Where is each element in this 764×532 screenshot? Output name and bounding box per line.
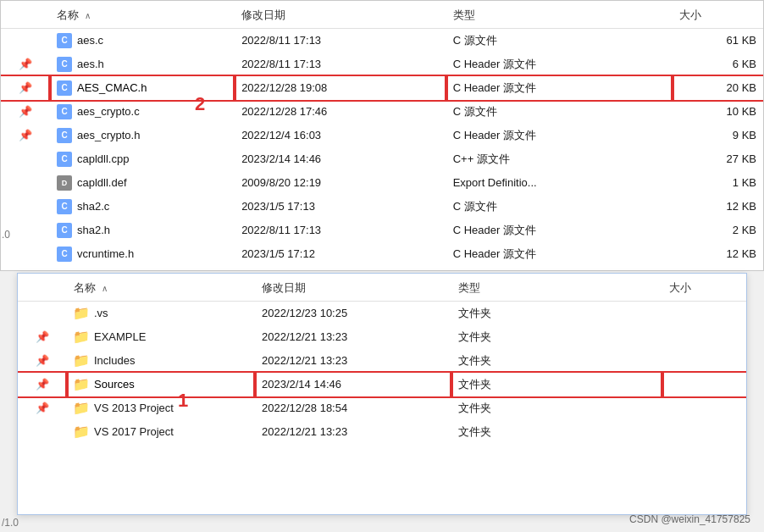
top-header-row: 名称 ∧ 修改日期 类型 大小: [1, 3, 763, 29]
folder-name-cell[interactable]: 📁EXAMPLE: [67, 325, 255, 349]
filename-text: aes.h: [77, 58, 104, 70]
file-size: 27 KB: [673, 147, 763, 171]
top-file-row[interactable]: Caes.c2022/8/11 17:13C 源文件61 KB: [1, 29, 763, 53]
file-size: 1 KB: [673, 171, 763, 195]
file-icon: C: [57, 128, 72, 143]
top-col-size[interactable]: 大小: [673, 3, 763, 29]
file-date: 2022/8/11 17:13: [235, 53, 446, 76]
file-name-cell[interactable]: Caes.c: [50, 29, 235, 53]
top-file-row[interactable]: Dcapldll.def2009/8/20 12:19Export Defini…: [1, 171, 763, 195]
bottom-folder-row[interactable]: 📁VS 2017 Project2022/12/21 13:23文件夹: [18, 420, 746, 444]
folder-name-cell[interactable]: 📁.vs: [67, 302, 255, 325]
file-size: 61 KB: [673, 29, 763, 53]
folder-icon: 📁: [74, 330, 89, 345]
folder-date: 2023/2/14 14:46: [255, 373, 451, 396]
top-col-date[interactable]: 修改日期: [235, 3, 446, 29]
bottom-folder-row[interactable]: 📌📁Includes2022/12/21 13:23文件夹: [18, 349, 746, 373]
bottom-header-row: 名称 ∧ 修改日期 类型 大小: [18, 275, 746, 302]
top-file-row[interactable]: 📌Caes_crypto.h2022/12/4 16:03C Header 源文…: [1, 124, 763, 147]
folder-type: 文件夹: [451, 349, 662, 373]
folder-name-cell[interactable]: 📁VS 2013 Project: [67, 396, 255, 420]
folder-icon: 📁: [74, 377, 89, 392]
file-name-cell[interactable]: Csha2.h: [50, 219, 235, 242]
file-type: C Header 源文件: [446, 76, 673, 100]
pin-cell: 📌: [18, 396, 67, 420]
file-size: 20 KB: [673, 76, 763, 100]
top-file-row[interactable]: Csha2.c2023/1/5 17:13C 源文件12 KB: [1, 195, 763, 219]
file-type: C++ 源文件: [446, 147, 673, 171]
file-icon: C: [57, 223, 72, 238]
top-col-type[interactable]: 类型: [446, 3, 673, 29]
folder-date: 2022/12/21 13:23: [255, 325, 451, 349]
folder-type: 文件夹: [451, 373, 662, 396]
top-col-name[interactable]: 名称 ∧: [50, 3, 235, 29]
folder-name-cell[interactable]: 📁Sources: [67, 373, 255, 396]
pin-cell: [1, 195, 50, 219]
file-type: C 源文件: [446, 100, 673, 124]
file-size: 2 KB: [673, 219, 763, 242]
pin-cell: [18, 420, 67, 444]
folder-name-cell[interactable]: 📁VS 2017 Project: [67, 420, 255, 444]
pin-col-header: [1, 3, 50, 29]
file-type: C Header 源文件: [446, 219, 673, 242]
file-name-cell[interactable]: Dcapldll.def: [50, 171, 235, 195]
filename-text: aes.c: [77, 34, 103, 47]
file-icon: D: [57, 175, 72, 191]
pin-cell: 📌: [1, 124, 50, 147]
file-name-cell[interactable]: Caes.h: [50, 53, 235, 76]
top-file-row[interactable]: 📌Caes_crypto.c2022/12/28 17:46C 源文件10 KB: [1, 100, 763, 124]
top-file-row[interactable]: 📌CAES_CMAC.h2022/12/28 19:08C Header 源文件…: [1, 76, 763, 100]
filename-text: aes_crypto.c: [77, 105, 140, 118]
file-type: C Header 源文件: [446, 242, 673, 266]
bottom-file-panel: 名称 ∧ 修改日期 类型 大小 📁.vs2022/12/23 10:25文件夹📌…: [17, 273, 747, 515]
bottom-folder-row[interactable]: 📌📁Sources2023/2/14 14:46文件夹: [18, 373, 746, 396]
file-name-cell[interactable]: CAES_CMAC.h: [50, 76, 235, 100]
folder-date: 2022/12/21 13:23: [255, 349, 451, 373]
file-name-cell[interactable]: Csha2.c: [50, 195, 235, 219]
folder-size: [662, 325, 746, 349]
folder-type: 文件夹: [451, 396, 662, 420]
bottom-folder-row[interactable]: 📌📁VS 2013 Project2022/12/28 18:54文件夹: [18, 396, 746, 420]
top-file-row[interactable]: Ccapldll.cpp2023/2/14 14:46C++ 源文件27 KB: [1, 147, 763, 171]
pin-cell: [1, 171, 50, 195]
bottom-col-name[interactable]: 名称 ∧: [67, 275, 255, 302]
file-name-cell[interactable]: Ccapldll.cpp: [50, 147, 235, 171]
bottom-col-size[interactable]: 大小: [662, 275, 746, 302]
file-icon: C: [57, 199, 72, 214]
file-type: Export Definitio...: [446, 171, 673, 195]
filename-text: aes_crypto.h: [77, 129, 140, 141]
bottom-col-date[interactable]: 修改日期: [255, 275, 451, 302]
top-file-row[interactable]: 📌Caes.h2022/8/11 17:13C Header 源文件6 KB: [1, 53, 763, 76]
filename-text: vcruntime.h: [77, 247, 134, 260]
folder-name-text: .vs: [94, 307, 108, 319]
file-date: 2023/1/5 17:13: [235, 195, 446, 219]
folder-icon: 📁: [74, 424, 89, 440]
file-type: C Header 源文件: [446, 53, 673, 76]
folder-icon: 📁: [74, 306, 89, 321]
file-date: 2022/8/11 17:13: [235, 219, 446, 242]
file-size: 10 KB: [673, 100, 763, 124]
watermark: CSDN @weixin_41757825: [629, 513, 750, 525]
bottom-col-type[interactable]: 类型: [451, 275, 662, 302]
folder-name-cell[interactable]: 📁Includes: [67, 349, 255, 373]
file-name-cell[interactable]: Cvcruntime.h: [50, 242, 235, 266]
file-date: 2022/12/4 16:03: [235, 124, 446, 147]
bottom-folder-row[interactable]: 📁.vs2022/12/23 10:25文件夹: [18, 302, 746, 325]
top-file-row[interactable]: Csha2.h2022/8/11 17:13C Header 源文件2 KB: [1, 219, 763, 242]
bottom-folder-row[interactable]: 📌📁EXAMPLE2022/12/21 13:23文件夹: [18, 325, 746, 349]
file-date: 2023/1/5 17:12: [235, 242, 446, 266]
file-icon: C: [57, 57, 72, 72]
file-icon: C: [57, 80, 72, 96]
badge-label-1: 1: [178, 390, 188, 412]
folder-name-text: VS 2013 Project: [94, 402, 174, 414]
file-name-cell[interactable]: Caes_crypto.c: [50, 100, 235, 124]
filename-text: capldll.def: [77, 176, 127, 189]
pin-cell: 📌: [1, 53, 50, 76]
file-type: C 源文件: [446, 195, 673, 219]
folder-name-text: Sources: [94, 378, 135, 391]
top-file-row[interactable]: Cvcruntime.h2023/1/5 17:12C Header 源文件12…: [1, 242, 763, 266]
file-size: 12 KB: [673, 195, 763, 219]
file-name-cell[interactable]: Caes_crypto.h: [50, 124, 235, 147]
file-type: C Header 源文件: [446, 124, 673, 147]
folder-type: 文件夹: [451, 420, 662, 444]
